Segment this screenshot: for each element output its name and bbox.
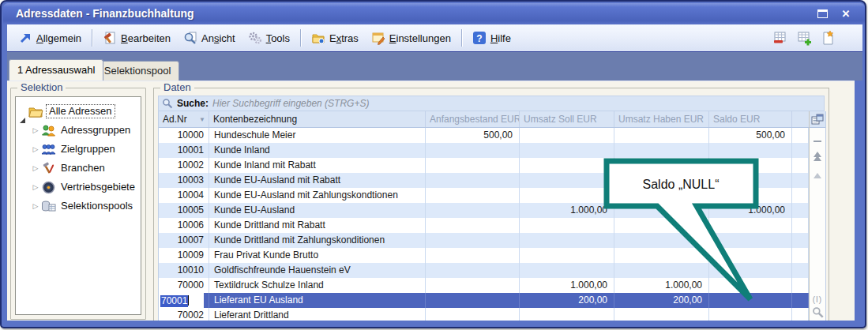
cell-saldo[interactable]: 500,00 <box>709 128 792 143</box>
cell-nr[interactable]: 10006 <box>159 218 209 233</box>
expand-icon[interactable]: ▷ <box>31 197 40 216</box>
cell-haben[interactable] <box>614 188 709 203</box>
cell-name[interactable]: Kunde Drittland mit Rabatt <box>209 218 426 233</box>
cell-haben[interactable] <box>614 308 709 321</box>
expand-icon[interactable]: ▷ <box>31 121 40 140</box>
table-row[interactable]: 10009Frau Privat Kunde Brutto <box>159 248 825 263</box>
cell-soll[interactable]: 200,00 <box>520 293 614 308</box>
cell-nr[interactable]: 10007 <box>159 233 209 248</box>
cell-haben[interactable] <box>614 248 709 263</box>
search-input[interactable] <box>212 98 821 109</box>
cell-saldo[interactable] <box>709 233 792 248</box>
cell-haben[interactable] <box>614 143 709 158</box>
cell-nr[interactable]: 10003 <box>159 173 209 188</box>
tree-item-alle-adressen[interactable]: Alle Adressen <box>16 102 141 121</box>
new-document-icon[interactable] <box>820 30 836 46</box>
menu-einstellungen[interactable]: Einstellungen <box>365 28 457 47</box>
cell-soll[interactable] <box>520 128 614 143</box>
cell-saldo[interactable] <box>709 158 792 173</box>
cell-nr[interactable]: 10001 <box>159 143 209 158</box>
table-row[interactable]: 10004Kunde EU-Ausland mit Zahlungskondti… <box>159 188 825 203</box>
cell-anfangsbestand[interactable] <box>426 158 520 173</box>
cell-name[interactable]: Kunde Inland mit Rabatt <box>209 158 426 173</box>
cell-anfangsbestand[interactable] <box>426 233 520 248</box>
adnr-edit-box[interactable]: 70001 <box>159 293 204 308</box>
expand-icon[interactable]: ▷ <box>31 159 40 178</box>
cell-anfangsbestand[interactable] <box>426 218 520 233</box>
tree-item-selektionspools[interactable]: ▷ Selektionspools <box>16 197 141 216</box>
menu-hilfe[interactable]: ? Hilfe <box>466 28 517 47</box>
cell-anfangsbestand[interactable] <box>426 188 520 203</box>
cell-nr[interactable]: 70002 <box>159 308 209 321</box>
tree-item-vertriebsgebiete[interactable]: ▷ Vertriebsgebiete <box>16 178 141 197</box>
column-header-kontenbezeichnung[interactable]: Kontenbezeichnung <box>209 111 426 127</box>
tab-adressauswahl[interactable]: 1 Adressauswahl <box>9 59 103 81</box>
cell-saldo[interactable] <box>709 188 792 203</box>
table-remove-icon[interactable] <box>772 30 788 46</box>
menu-ansicht[interactable]: Ansicht <box>177 28 242 47</box>
cell-nr[interactable]: 10002 <box>159 158 209 173</box>
cell-name[interactable]: Kunde Drittland mit Zahlungskonditionen <box>209 233 426 248</box>
table-row[interactable]: 70000Textildruck Schulze Inland1.000,001… <box>159 278 825 293</box>
cell-soll[interactable] <box>520 173 614 188</box>
tree-item-adressgruppen[interactable]: ▷ Adressgruppen <box>16 121 141 140</box>
cell-name[interactable]: Goldfischfreunde Hauenstein eV <box>209 263 426 278</box>
cell-haben[interactable] <box>614 128 709 143</box>
cell-haben[interactable]: 200,00 <box>614 293 709 308</box>
cell-anfangsbestand[interactable] <box>426 203 520 218</box>
table-row[interactable]: 10001Kunde Inland <box>159 143 825 158</box>
table-row[interactable]: 70001Lieferant EU Ausland200,00200,00 <box>159 293 825 308</box>
cell-soll[interactable] <box>520 158 614 173</box>
cell-saldo[interactable] <box>709 293 792 308</box>
cell-anfangsbestand[interactable] <box>426 293 520 308</box>
cell-nr[interactable]: 10004 <box>159 188 209 203</box>
cell-saldo[interactable] <box>709 218 792 233</box>
cell-name[interactable]: Kunde EU-Ausland mit Zahlungskondtionen <box>209 188 426 203</box>
table-row[interactable]: 10002Kunde Inland mit Rabatt <box>159 158 825 173</box>
cell-haben[interactable] <box>614 218 709 233</box>
table-row[interactable]: 10006Kunde Drittland mit Rabatt <box>159 218 825 233</box>
cell-nr[interactable]: 70000 <box>159 278 209 293</box>
cell-anfangsbestand[interactable] <box>426 173 520 188</box>
cell-saldo[interactable] <box>709 263 792 278</box>
cell-name[interactable]: Frau Privat Kunde Brutto <box>209 248 426 263</box>
magnifier-icon[interactable] <box>810 306 825 321</box>
cell-name[interactable]: Textildruck Schulze Inland <box>209 278 426 293</box>
cell-saldo[interactable] <box>709 248 792 263</box>
cell-haben[interactable] <box>614 158 709 173</box>
scroll-up-icon[interactable] <box>810 150 825 164</box>
cell-haben[interactable] <box>614 173 709 188</box>
tree-item-zielgruppen[interactable]: ▷ Zielgruppen <box>16 140 141 159</box>
cell-soll[interactable] <box>520 308 614 321</box>
cell-soll[interactable]: 1.000,00 <box>520 203 614 218</box>
cell-name[interactable]: Kunde EU-Ausland <box>209 203 426 218</box>
cell-anfangsbestand[interactable] <box>426 308 520 321</box>
table-row[interactable]: 10010Goldfischfreunde Hauenstein eV <box>159 263 825 278</box>
table-row[interactable]: 10003Kunde EU-Ausland mit Rabatt <box>159 173 825 188</box>
close-button[interactable]: ✕ <box>840 8 852 20</box>
tree-item-branchen[interactable]: ▷ Branchen <box>16 159 141 178</box>
table-row[interactable]: 10005Kunde EU-Ausland1.000,001.000,00 <box>159 203 825 218</box>
cell-anfangsbestand[interactable] <box>426 248 520 263</box>
cell-soll[interactable] <box>520 233 614 248</box>
cell-name[interactable]: Lieferant Drittland <box>209 308 426 321</box>
menu-tools[interactable]: Tools <box>242 28 296 47</box>
cell-haben[interactable] <box>614 263 709 278</box>
table-row[interactable]: 70002Lieferant Drittland <box>159 308 825 321</box>
column-header-saldo[interactable]: Saldo EUR <box>709 111 792 127</box>
cell-anfangsbestand[interactable] <box>426 143 520 158</box>
cell-saldo[interactable]: 1.000,00 <box>709 203 792 218</box>
cell-name[interactable]: Lieferant EU Ausland <box>209 293 426 308</box>
column-header-anfangsbestand[interactable]: Anfangsbestand EUR <box>426 111 520 127</box>
collapse-icon[interactable] <box>18 106 28 118</box>
column-header-adnr[interactable]: ▼Ad.Nr <box>159 111 209 127</box>
cell-nr[interactable]: 10005 <box>159 203 209 218</box>
cell-anfangsbestand[interactable] <box>426 278 520 293</box>
scroll-up-page-icon[interactable] <box>810 167 825 182</box>
cell-soll[interactable]: 1.000,00 <box>520 278 614 293</box>
menu-extras[interactable]: Extras <box>305 28 365 47</box>
cell-haben[interactable] <box>614 233 709 248</box>
cell-soll[interactable] <box>520 218 614 233</box>
cell-name[interactable]: Kunde EU-Ausland mit Rabatt <box>209 173 426 188</box>
cell-nr[interactable]: 10000 <box>159 128 209 143</box>
